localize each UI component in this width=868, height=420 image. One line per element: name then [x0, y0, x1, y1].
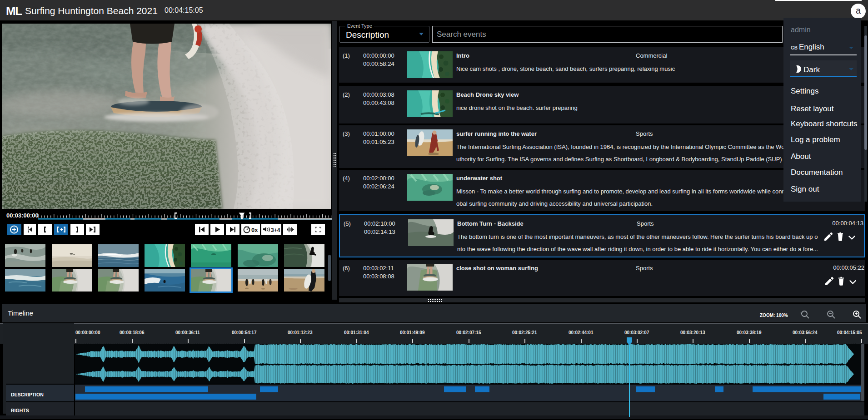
svg-text:0x: 0x: [251, 227, 258, 233]
svg-text:3+4: 3+4: [271, 227, 280, 233]
